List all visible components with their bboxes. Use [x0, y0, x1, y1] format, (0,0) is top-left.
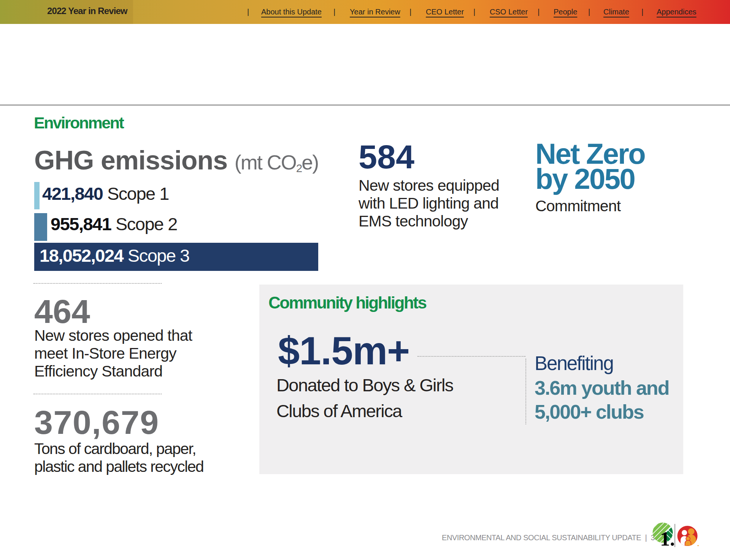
svg-text:1.: 1.	[660, 528, 675, 549]
